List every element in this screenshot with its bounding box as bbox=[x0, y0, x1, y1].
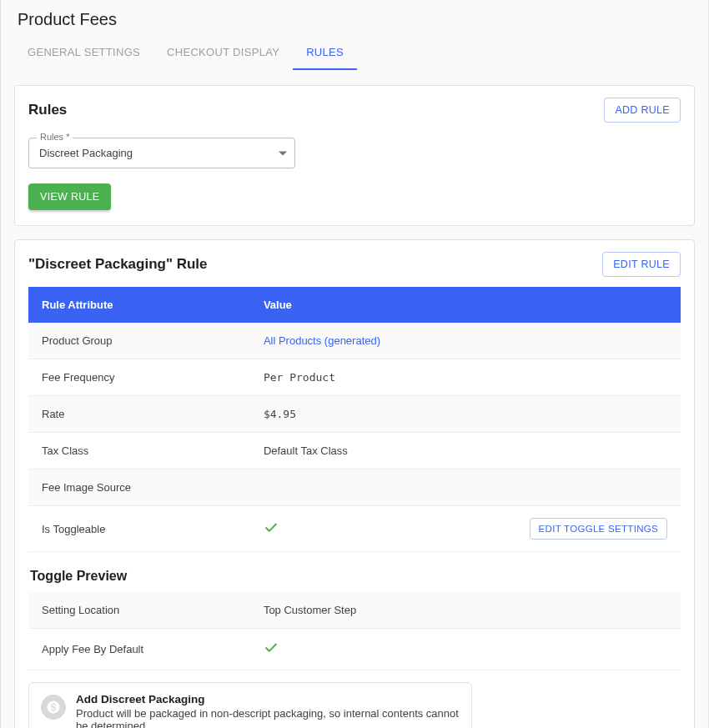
attr-rate: Rate bbox=[28, 396, 250, 433]
page-container: Product Fees GENERAL SETTINGS CHECKOUT D… bbox=[0, 0, 709, 728]
rules-card-header: Rules ADD RULE bbox=[28, 98, 681, 123]
attr-fee-frequency: Fee Frequency bbox=[28, 359, 250, 396]
toggle-preview-heading: Toggle Preview bbox=[30, 569, 681, 584]
value-fee-frequency: Per Product bbox=[250, 359, 681, 396]
rules-card: Rules ADD RULE Rules * Discreet Packagin… bbox=[14, 85, 695, 226]
toggle-preview-table: Setting Location Top Customer Step Apply… bbox=[28, 592, 681, 670]
table-row: Fee Image Source bbox=[28, 469, 681, 506]
table-header-attr: Rule Attribute bbox=[28, 287, 250, 323]
table-row: Fee Frequency Per Product bbox=[28, 359, 681, 396]
value-rate: $4.95 bbox=[250, 396, 681, 433]
product-group-link[interactable]: All Products (generated) bbox=[264, 334, 380, 347]
table-row: Tax Class Default Tax Class bbox=[28, 433, 681, 469]
toggle-preview-box: Add Discreet Packaging Product will be p… bbox=[28, 682, 472, 728]
preview-title: Add Discreet Packaging bbox=[76, 693, 460, 705]
tabs-bar: GENERAL SETTINGS CHECKOUT DISPLAY RULES bbox=[14, 36, 695, 70]
table-row: Apply Fee By Default bbox=[28, 629, 681, 670]
preview-text: Add Discreet Packaging Product will be p… bbox=[76, 693, 460, 728]
page-title: Product Fees bbox=[18, 10, 695, 29]
value-fee-image bbox=[250, 469, 681, 506]
table-row: Rate $4.95 bbox=[28, 396, 681, 433]
table-row: Product Group All Products (generated) bbox=[28, 323, 681, 359]
tab-checkout-display[interactable]: CHECKOUT DISPLAY bbox=[153, 36, 293, 70]
attr-apply-default: Apply Fee By Default bbox=[28, 629, 250, 670]
dollar-icon bbox=[41, 695, 66, 720]
table-row: Is Toggleable EDIT TOGGLE SETTINGS bbox=[28, 506, 681, 552]
rules-select[interactable]: Discreet Packaging bbox=[28, 138, 295, 168]
edit-toggle-settings-button[interactable]: EDIT TOGGLE SETTINGS bbox=[530, 518, 667, 540]
rule-detail-title: "Discreet Packaging" Rule bbox=[28, 256, 208, 273]
value-setting-location: Top Customer Step bbox=[250, 592, 681, 629]
rules-select-wrap: Rules * Discreet Packaging bbox=[28, 138, 295, 168]
check-icon bbox=[264, 640, 279, 658]
preview-desc: Product will be packaged in non-descript… bbox=[76, 707, 460, 728]
rule-detail-header: "Discreet Packaging" Rule EDIT RULE bbox=[28, 252, 681, 277]
add-rule-button[interactable]: ADD RULE bbox=[604, 98, 681, 123]
chevron-down-icon bbox=[279, 151, 287, 155]
value-tax-class: Default Tax Class bbox=[250, 433, 681, 469]
table-row: Setting Location Top Customer Step bbox=[28, 592, 681, 629]
rule-detail-card: "Discreet Packaging" Rule EDIT RULE Rule… bbox=[14, 239, 695, 728]
rules-select-value: Discreet Packaging bbox=[39, 147, 133, 159]
attr-product-group: Product Group bbox=[28, 323, 250, 359]
rules-card-title: Rules bbox=[28, 102, 67, 118]
tab-rules[interactable]: RULES bbox=[293, 36, 357, 70]
check-icon bbox=[264, 520, 279, 538]
attr-fee-image: Fee Image Source bbox=[28, 469, 250, 506]
view-rule-button[interactable]: VIEW RULE bbox=[28, 183, 111, 210]
attr-toggleable: Is Toggleable bbox=[28, 506, 250, 552]
rules-select-label: Rules * bbox=[37, 132, 73, 142]
attr-tax-class: Tax Class bbox=[28, 433, 250, 469]
attr-setting-location: Setting Location bbox=[28, 592, 250, 629]
tab-general-settings[interactable]: GENERAL SETTINGS bbox=[14, 36, 153, 70]
edit-rule-button[interactable]: EDIT RULE bbox=[602, 252, 681, 277]
table-header-value: Value bbox=[250, 287, 681, 323]
rule-attributes-table: Rule Attribute Value Product Group All P… bbox=[28, 287, 681, 552]
